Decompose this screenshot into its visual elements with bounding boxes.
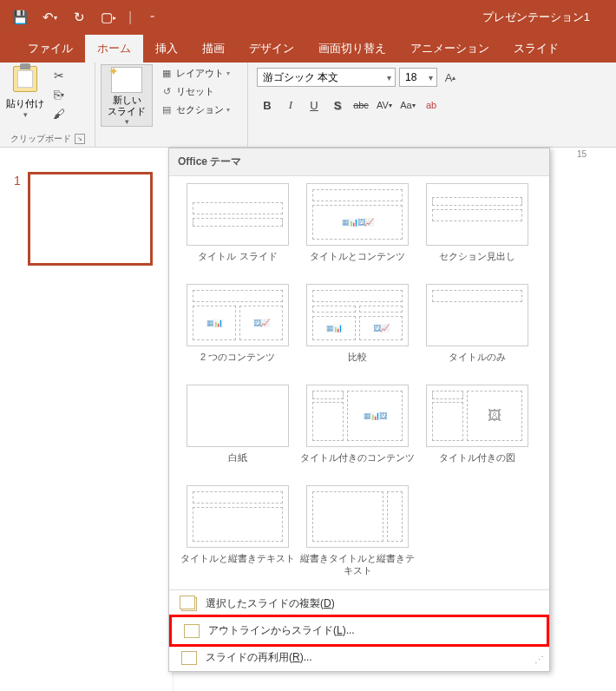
- undo-icon[interactable]: ↶▾: [36, 4, 62, 30]
- layout-two-content[interactable]: ▦📊🖼📈 2 つのコンテンツ: [178, 284, 298, 376]
- duplicate-icon: [181, 597, 197, 611]
- layout-comparison[interactable]: ▦📊🖼📈 比較: [298, 284, 417, 376]
- new-slide-icon: [111, 67, 142, 93]
- qat-separator: |: [128, 10, 132, 25]
- bold-button[interactable]: B: [257, 95, 278, 115]
- layout-gallery: Office テーマ タイトル スライド ▦📊🖼📈 タイトルとコンテンツ セクシ…: [168, 148, 550, 672]
- new-slide-button[interactable]: 新しい スライド ▾: [101, 64, 153, 127]
- section-button[interactable]: ▤セクション▾: [156, 101, 233, 119]
- layout-title-slide[interactable]: タイトル スライド: [178, 183, 298, 275]
- reset-button[interactable]: ↺リセット: [156, 82, 233, 101]
- char-spacing-button[interactable]: AV▾: [374, 95, 395, 115]
- menu-duplicate-slide[interactable]: 選択したスライドの複製(D): [169, 590, 549, 617]
- shadow-button[interactable]: S: [327, 95, 348, 115]
- layout-vertical-title-text[interactable]: 縦書きタイトルと縦書きテキスト: [298, 485, 417, 577]
- layout-icon: ▦: [160, 68, 174, 80]
- resize-grip-icon[interactable]: ⋰: [534, 655, 544, 666]
- tab-design[interactable]: デザイン: [237, 35, 306, 63]
- qat-customize-icon[interactable]: ⁼: [139, 4, 165, 30]
- font-size-select[interactable]: 18: [399, 68, 437, 87]
- gallery-header: Office テーマ: [169, 148, 549, 176]
- clipboard-dialog-launcher-icon[interactable]: ↘: [75, 134, 85, 144]
- italic-button[interactable]: I: [280, 95, 301, 115]
- clipboard-icon: [13, 66, 37, 92]
- outline-icon: [184, 624, 200, 638]
- layout-picture-caption[interactable]: 🖼 タイトル付きの図: [417, 385, 537, 477]
- layout-content-caption[interactable]: ▦📊🖼 タイトル付きのコンテンツ: [298, 385, 417, 477]
- menu-reuse-slides[interactable]: スライドの再利用(R)...: [169, 644, 549, 671]
- paste-button[interactable]: 貼り付け ▾: [5, 64, 45, 119]
- section-icon: ▤: [160, 104, 174, 116]
- cut-icon[interactable]: ✂: [50, 68, 68, 83]
- underline-button[interactable]: U: [304, 95, 324, 115]
- slideshow-icon[interactable]: ▢▸: [95, 4, 121, 30]
- font-name-select[interactable]: 游ゴシック 本文: [257, 68, 396, 87]
- redo-icon[interactable]: ↻: [66, 4, 92, 30]
- tab-animations[interactable]: アニメーション: [398, 35, 501, 63]
- format-painter-icon[interactable]: 🖌: [50, 106, 68, 122]
- layout-title-content[interactable]: ▦📊🖼📈 タイトルとコンテンツ: [298, 183, 417, 275]
- clipboard-group-label: クリップボード: [10, 133, 71, 145]
- ruler-mark: 15: [577, 149, 587, 159]
- copy-icon[interactable]: ⎘▾: [50, 87, 68, 102]
- strikethrough-button[interactable]: abc: [351, 95, 371, 115]
- increase-font-icon[interactable]: A▴: [441, 68, 460, 87]
- layout-title-only[interactable]: タイトルのみ: [417, 284, 537, 376]
- menu-outline-to-slides[interactable]: アウトラインからスライド(L)...: [172, 617, 547, 644]
- slide-number: 1: [14, 174, 21, 188]
- layout-section-header[interactable]: セクション見出し: [417, 183, 537, 275]
- window-title: プレゼンテーション1: [172, 10, 616, 25]
- layout-blank[interactable]: 白紙: [178, 385, 298, 477]
- ribbon-tabs: ファイル ホーム 挿入 描画 デザイン 画面切り替え アニメーション スライド: [0, 35, 616, 63]
- tab-draw[interactable]: 描画: [190, 35, 237, 63]
- layout-button[interactable]: ▦レイアウト▾: [156, 64, 233, 82]
- slide-thumbnail[interactable]: [29, 174, 151, 264]
- reuse-icon: [181, 651, 197, 665]
- save-icon[interactable]: 💾: [7, 4, 33, 30]
- tab-insert[interactable]: 挿入: [143, 35, 190, 63]
- reset-icon: ↺: [160, 86, 174, 98]
- highlight-button[interactable]: ab: [421, 95, 442, 115]
- tab-home[interactable]: ホーム: [85, 35, 143, 63]
- tab-file[interactable]: ファイル: [16, 35, 85, 63]
- layout-title-vertical-text[interactable]: タイトルと縦書きテキスト: [178, 485, 298, 577]
- change-case-button[interactable]: Aa▾: [397, 95, 418, 115]
- tab-transitions[interactable]: 画面切り替え: [306, 35, 398, 63]
- tab-slideshow[interactable]: スライド: [501, 35, 571, 63]
